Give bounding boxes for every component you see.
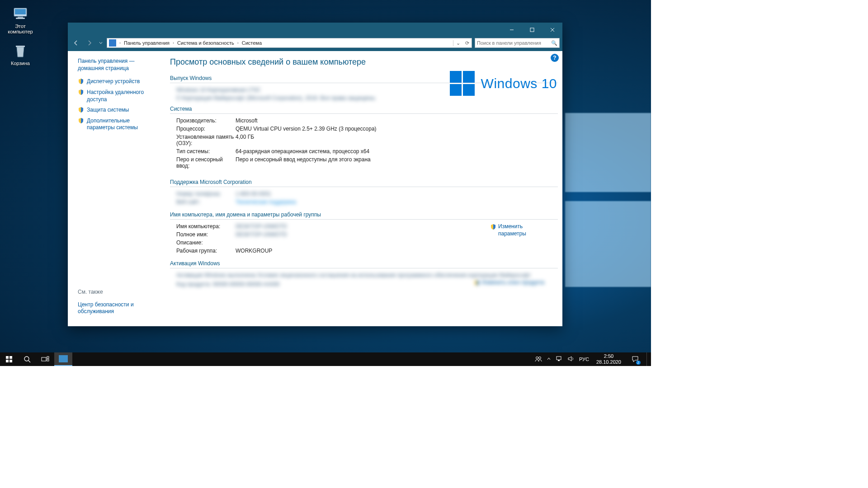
maximize-button[interactable] [522, 23, 542, 37]
recent-dropdown[interactable] [98, 38, 104, 48]
search-box[interactable]: 🔍 [475, 38, 560, 48]
breadcrumb[interactable]: Система [240, 40, 264, 46]
shield-icon [78, 78, 84, 84]
change-settings-link[interactable]: Изменить параметры [490, 223, 544, 237]
time: 2:50 [596, 353, 621, 359]
people-icon[interactable] [535, 355, 542, 363]
taskbar-app-control-panel[interactable] [54, 352, 72, 366]
breadcrumb[interactable]: Система и безопасность [175, 40, 236, 46]
see-also-heading: См. также [78, 289, 154, 295]
sidebar-task-device-manager[interactable]: Диспетчер устройств [78, 78, 154, 85]
shield-icon [474, 280, 480, 286]
network-icon[interactable] [556, 356, 563, 363]
svg-point-18 [536, 357, 538, 359]
shield-icon [490, 224, 496, 230]
pc-icon [11, 5, 29, 23]
see-also-section: См. также Центр безопасности и обслужива… [78, 289, 154, 319]
desktop-icon-recycle-bin[interactable]: Корзина [3, 42, 38, 66]
windows-logo-icon [450, 71, 475, 96]
control-panel-icon [59, 355, 68, 362]
svg-rect-20 [557, 357, 561, 360]
value-description [236, 239, 558, 246]
search-button[interactable] [18, 352, 36, 366]
desktop: Этот компьютер Корзина › Панель управлен… [0, 0, 651, 366]
language-indicator[interactable]: РУС [579, 357, 589, 362]
change-product-key-link[interactable]: Изменить ключ продукта [474, 279, 544, 286]
label-processor: Процессор: [170, 126, 236, 132]
main-content: ? Просмотр основных сведений о вашем ком… [158, 51, 562, 326]
start-button[interactable] [0, 352, 18, 366]
svg-line-14 [28, 361, 30, 362]
windows-logo-text: Windows 10 [481, 76, 557, 91]
label-support-web: Веб-сайт: [170, 199, 236, 205]
page-title: Просмотр основных сведений о вашем компь… [170, 57, 558, 67]
task-view-button[interactable] [36, 352, 54, 366]
wallpaper-light-1 [565, 113, 651, 192]
show-desktop-button[interactable] [646, 352, 649, 366]
chevron-right-icon[interactable]: › [171, 41, 175, 45]
back-button[interactable] [71, 38, 81, 48]
svg-rect-15 [42, 357, 46, 361]
sidebar-task-advanced-settings[interactable]: Дополнительные параметры системы [78, 117, 154, 131]
value-processor: QEMU Virtual CPU version 2.5+ 2.39 GHz (… [236, 126, 558, 132]
label-manufacturer: Производитель: [170, 117, 236, 124]
svg-rect-2 [18, 17, 23, 18]
desktop-icon-label: Этот компьютер [3, 23, 38, 34]
svg-rect-1 [15, 9, 26, 14]
label-system-type: Тип системы: [170, 148, 236, 155]
sidebar: Панель управления — домашняя страница Ди… [68, 51, 158, 326]
titlebar[interactable] [68, 23, 562, 37]
refresh-button[interactable]: ⟳ [462, 40, 472, 46]
svg-point-13 [24, 357, 29, 361]
control-panel-icon [109, 39, 116, 47]
svg-point-19 [538, 357, 541, 359]
minimize-button[interactable] [501, 23, 522, 37]
desktop-icon-this-pc[interactable]: Этот компьютер [3, 5, 38, 34]
section-computer-name: Имя компьютера, имя домена и параметры р… [170, 211, 558, 220]
address-history-dropdown[interactable]: ⌄ [453, 40, 462, 46]
chevron-right-icon[interactable]: › [118, 41, 122, 45]
clock[interactable]: 2:50 28.10.2020 [594, 353, 624, 365]
search-icon[interactable]: 🔍 [551, 40, 557, 46]
task-label: Диспетчер устройств [87, 78, 140, 85]
svg-rect-4 [16, 46, 25, 47]
value-support-phone: 1-800-00-0001 [236, 191, 558, 197]
close-button[interactable] [542, 23, 562, 37]
label-full-name: Полное имя: [170, 231, 236, 238]
forward-button[interactable] [84, 38, 95, 48]
action-center-button[interactable]: 2 [628, 352, 642, 366]
svg-rect-16 [47, 357, 49, 358]
volume-icon[interactable] [567, 356, 575, 363]
svg-rect-6 [530, 28, 534, 32]
label-ram: Установленная память (ОЗУ): [170, 134, 236, 146]
system-tray: РУС 2:50 28.10.2020 2 [535, 352, 651, 366]
tray-overflow-button[interactable] [547, 357, 551, 362]
address-bar[interactable]: › Панель управления › Система и безопасн… [107, 38, 472, 48]
svg-rect-12 [9, 360, 12, 362]
help-button[interactable]: ? [551, 54, 559, 62]
value-manufacturer: Microsoft [236, 117, 558, 124]
see-also-security-center[interactable]: Центр безопасности и обслуживания [78, 301, 154, 315]
shield-icon [78, 89, 84, 95]
svg-rect-21 [558, 360, 560, 361]
value-support-web[interactable]: Техническая поддержка [236, 199, 558, 205]
bin-icon [11, 42, 29, 60]
control-panel-home-link[interactable]: Панель управления — домашняя страница [78, 57, 154, 72]
navbar: › Панель управления › Система и безопасн… [68, 37, 562, 51]
system-window: › Панель управления › Система и безопасн… [68, 23, 562, 326]
sidebar-task-system-protection[interactable]: Защита системы [78, 107, 154, 114]
sidebar-task-remote-access[interactable]: Настройка удаленного доступа [78, 89, 154, 103]
chevron-right-icon[interactable]: › [236, 41, 240, 45]
task-label: Дополнительные параметры системы [87, 117, 154, 131]
label-support-phone: Номер телефона: [170, 191, 236, 197]
label-description: Описание: [170, 239, 236, 246]
value-system-type: 64-разрядная операционная система, проце… [236, 148, 558, 155]
svg-rect-9 [6, 356, 9, 359]
label-pen-touch: Перо и сенсорный ввод: [170, 156, 236, 169]
search-input[interactable] [477, 40, 551, 46]
breadcrumb[interactable]: Панель управления [122, 40, 171, 46]
change-settings-label: Изменить параметры [498, 223, 544, 237]
label-computer-name: Имя компьютера: [170, 223, 236, 230]
change-key-label: Изменить ключ продукта [482, 279, 544, 286]
shield-icon [78, 117, 84, 124]
